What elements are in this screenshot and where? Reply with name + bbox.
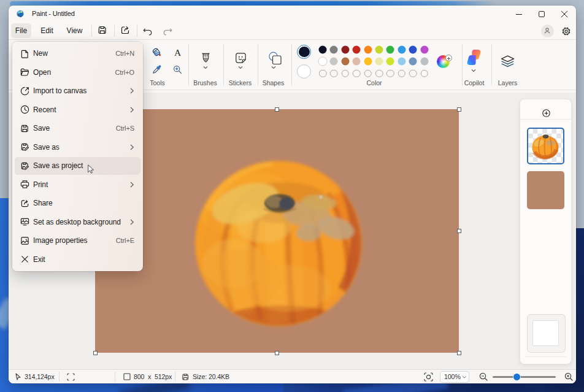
svg-text:A: A bbox=[174, 48, 182, 57]
